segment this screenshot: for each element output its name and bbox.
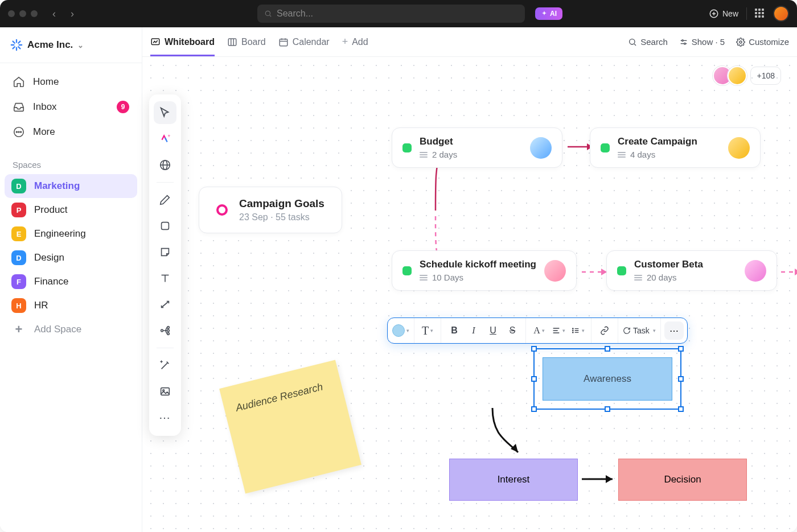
plus-icon: + — [342, 36, 348, 48]
svg-marker-52 — [795, 269, 797, 275]
collaborator-overflow-count[interactable]: +108 — [750, 67, 781, 85]
text-color-button[interactable]: A — [531, 321, 548, 340]
resize-handle[interactable] — [531, 376, 537, 382]
tool-magic[interactable] — [154, 354, 176, 377]
link-button[interactable] — [596, 321, 613, 340]
card-customer-beta[interactable]: Customer Beta 20 days — [606, 250, 777, 291]
status-green-icon — [617, 266, 626, 275]
sidebar-space-hr[interactable]: HHR — [5, 294, 137, 317]
card-create-campaign[interactable]: Create Campaign 4 days — [590, 127, 761, 168]
global-search-input[interactable]: Search... — [257, 5, 525, 23]
fill-color-button[interactable] — [392, 321, 409, 340]
sidebar-space-marketing[interactable]: DMarketing — [5, 174, 137, 198]
tab-calendar[interactable]: Calendar — [278, 27, 330, 56]
sidebar-space-product[interactable]: PProduct — [5, 198, 137, 222]
workspace-switcher[interactable]: Acme Inc. ⌄ — [0, 27, 142, 63]
svg-point-57 — [573, 330, 573, 331]
format-more-button[interactable]: ⋯ — [664, 321, 684, 340]
assignee-avatar[interactable] — [745, 260, 766, 282]
calendar-icon — [278, 37, 289, 47]
add-space-button[interactable]: + Add Space — [5, 317, 137, 341]
customize-button[interactable]: Customize — [736, 37, 789, 47]
italic-button[interactable]: I — [465, 321, 482, 340]
space-badge-icon: H — [11, 298, 26, 313]
list-button[interactable] — [569, 321, 586, 340]
tool-more[interactable]: ⋯ — [154, 406, 176, 429]
svg-point-42 — [167, 333, 170, 335]
ai-button[interactable]: AI — [535, 7, 562, 20]
whiteboard-canvas[interactable]: +108 + ⋯ — [142, 57, 797, 532]
tool-connector[interactable] — [154, 293, 176, 316]
show-button[interactable]: Show · 5 — [679, 37, 725, 47]
svg-point-29 — [681, 40, 683, 42]
view-search-button[interactable]: Search — [628, 37, 668, 47]
status-green-icon — [601, 143, 610, 152]
svg-rect-21 — [280, 39, 287, 46]
new-button[interactable]: New — [709, 9, 738, 19]
sidebar-space-finance[interactable]: FFinance — [5, 270, 137, 294]
sidebar-item-inbox[interactable]: Inbox 9 — [6, 95, 136, 119]
collaborator-avatar[interactable] — [728, 66, 747, 85]
space-label: Design — [34, 252, 64, 263]
tool-text[interactable] — [154, 267, 176, 290]
space-badge-icon: P — [11, 203, 26, 217]
description-icon — [634, 275, 642, 281]
resize-handle[interactable] — [605, 406, 610, 412]
assignee-avatar[interactable] — [728, 137, 750, 159]
font-button[interactable]: T — [419, 321, 436, 340]
tool-mindmap[interactable] — [154, 319, 176, 342]
resize-handle[interactable] — [678, 376, 684, 382]
tool-web[interactable] — [154, 154, 176, 176]
nav-forward-button[interactable]: › — [65, 6, 80, 21]
shape-awareness[interactable]: Awareness — [543, 357, 672, 401]
sidebar-space-engineering[interactable]: EEngineering — [5, 222, 137, 246]
shape-interest[interactable]: Interest — [449, 459, 578, 501]
connector-line — [581, 469, 621, 492]
card-schedule-kickoff[interactable]: Schedule kickoff meeting 10 Days — [392, 250, 577, 291]
svg-text:+: + — [168, 134, 171, 139]
resize-handle[interactable] — [605, 346, 610, 352]
sidebar-item-home[interactable]: Home — [6, 70, 136, 94]
underline-button[interactable]: U — [484, 321, 502, 340]
svg-point-14 — [16, 131, 17, 133]
strike-button[interactable]: S — [504, 321, 521, 340]
svg-point-0 — [265, 11, 270, 15]
svg-line-10 — [18, 47, 20, 48]
tool-sticky[interactable] — [154, 241, 176, 263]
tool-shape[interactable] — [154, 215, 176, 237]
sidebar-space-design[interactable]: DDesign — [5, 246, 137, 270]
convert-task-button[interactable]: Task ▾ — [623, 321, 656, 340]
user-avatar[interactable] — [773, 6, 789, 22]
svg-point-16 — [20, 131, 22, 133]
description-icon — [618, 152, 626, 158]
resize-handle[interactable] — [678, 406, 684, 412]
svg-marker-62 — [511, 444, 518, 452]
assignee-avatar[interactable] — [544, 260, 566, 282]
svg-marker-64 — [606, 475, 613, 483]
card-budget[interactable]: Budget 2 days — [392, 127, 562, 168]
shape-decision[interactable]: Decision — [618, 459, 747, 501]
sliders-icon — [679, 38, 688, 47]
card-campaign-goals[interactable]: Campaign Goals 23 Sep · 55 tasks — [199, 187, 342, 233]
align-button[interactable] — [550, 321, 567, 340]
sidebar-item-more[interactable]: More — [6, 120, 136, 144]
apps-grid-icon[interactable] — [755, 9, 765, 19]
tab-board[interactable]: Board — [227, 27, 266, 56]
tool-ai[interactable]: + — [154, 127, 176, 150]
bold-button[interactable]: B — [446, 321, 463, 340]
tab-add-view[interactable]: + Add — [342, 27, 368, 56]
sticky-note[interactable]: Audience Research — [219, 360, 361, 493]
status-green-icon — [402, 143, 412, 152]
resize-handle[interactable] — [678, 346, 684, 352]
tool-select[interactable] — [154, 101, 176, 124]
resize-handle[interactable] — [531, 406, 537, 412]
tool-pen[interactable] — [154, 188, 176, 211]
nav-back-button[interactable]: ‹ — [47, 6, 61, 21]
assignee-avatar[interactable] — [530, 137, 552, 159]
svg-line-26 — [634, 44, 636, 46]
tool-image[interactable] — [154, 380, 176, 403]
resize-handle[interactable] — [531, 346, 537, 352]
window-topbar: ‹ › Search... AI New — [0, 0, 797, 27]
selection-frame[interactable]: Awareness — [533, 348, 681, 410]
tab-whiteboard[interactable]: Whiteboard — [150, 27, 215, 56]
